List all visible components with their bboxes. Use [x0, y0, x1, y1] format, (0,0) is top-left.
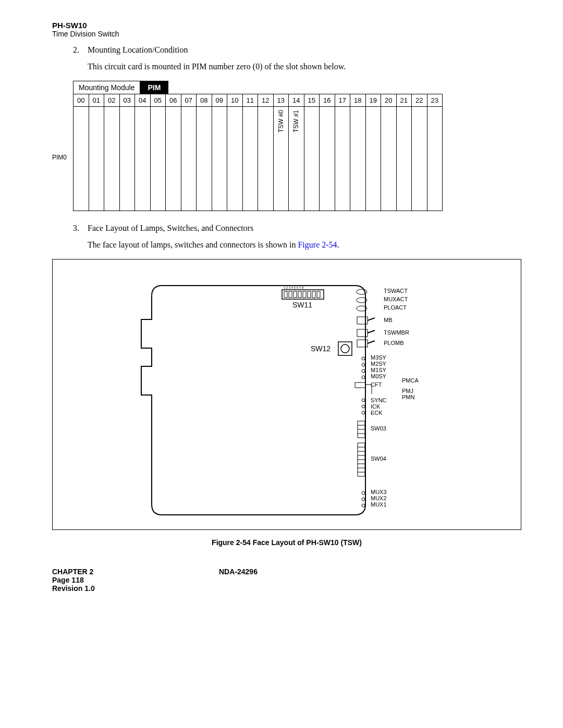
section-title: Face Layout of Lamps, Switches, and Conn… [88, 224, 521, 233]
lbl-pmj: PMJ [402, 388, 413, 394]
lbl-ick: ICK [371, 403, 381, 410]
slot-cell [242, 107, 258, 211]
slot-hdr: 04 [135, 94, 151, 107]
section-number: 2. [73, 45, 88, 55]
lbl-muxact: MUXACT [384, 296, 408, 302]
slot-cell [365, 107, 381, 211]
slot-cell [119, 107, 135, 211]
board-svg: 1 2 3 4 5 6 7 8 SW11 SW12 [74, 275, 480, 520]
sw12-label: SW12 [311, 344, 331, 353]
lbl-mb: MB [384, 317, 393, 323]
slot-cell [212, 107, 227, 211]
lbl-mux3: MUX3 [371, 489, 387, 495]
card-code: PH-SW10 [52, 21, 521, 30]
page-header: PH-SW10 Time Division Switch [52, 21, 521, 38]
lbl-m0sy: M0SY [371, 373, 387, 379]
lbl-cft: CFT [371, 381, 382, 388]
slot-cell [181, 107, 197, 211]
svg-point-23 [362, 405, 365, 408]
svg-rect-21 [355, 382, 365, 388]
slot-cell [320, 107, 335, 211]
slot-hdr: 11 [242, 94, 258, 107]
dip-numbers: 1 2 3 4 5 6 7 8 [284, 286, 304, 289]
card-subtitle: Time Division Switch [52, 30, 521, 38]
slot-hdr: 05 [150, 94, 166, 107]
slot-cell [197, 107, 212, 211]
slot-cell [258, 107, 274, 211]
section-2-heading: 2. Mounting Location/Condition [73, 45, 521, 55]
lbl-plomb: PLOMB [384, 340, 404, 346]
footer-page: Page 118 [52, 576, 219, 584]
slot-cell [396, 107, 412, 211]
lbl-sw03: SW03 [371, 425, 386, 431]
section-3-heading: 3. Face Layout of Lamps, Switches, and C… [73, 224, 521, 233]
slot-hdr: 00 [74, 94, 89, 107]
svg-point-20 [362, 376, 365, 379]
mounting-header: Mounting Module PIM [73, 81, 168, 94]
slot-hdr: 14 [289, 94, 304, 107]
lbl-mux2: MUX2 [371, 495, 387, 501]
lbl-m2sy: M2SY [371, 361, 387, 367]
svg-point-22 [362, 399, 365, 402]
slot-cell [150, 107, 166, 211]
slot-body-row: TSW #0 TSW #1 [74, 107, 443, 211]
svg-rect-1 [284, 291, 287, 298]
slot-hdr: 21 [396, 94, 412, 107]
slot-cell [304, 107, 320, 211]
slot-hdr: 22 [412, 94, 427, 107]
mounting-label: Mounting Module [73, 81, 140, 94]
svg-rect-9 [338, 342, 352, 355]
svg-rect-8 [317, 291, 320, 298]
slot-hdr: 02 [104, 94, 120, 107]
slot-hdr: 23 [427, 94, 443, 107]
slot-hdr: 15 [304, 94, 320, 107]
figure-link[interactable]: Figure 2-54 [298, 240, 337, 249]
slot-cell [412, 107, 427, 211]
page-footer: CHAPTER 2 Page 118 Revision 1.0 NDA-2429… [52, 567, 521, 593]
figure-2-54: 1 2 3 4 5 6 7 8 SW11 SW12 [52, 259, 521, 530]
slot-cell [335, 107, 350, 211]
slot-cell [350, 107, 366, 211]
slot-cell [381, 107, 397, 211]
svg-rect-7 [312, 291, 315, 298]
lbl-pmn: PMN [402, 394, 415, 400]
svg-point-19 [362, 369, 365, 373]
slot-hdr: 19 [365, 94, 381, 107]
footer-chapter: CHAPTER 2 [52, 567, 219, 576]
slot-hdr: 13 [273, 94, 289, 107]
slot-hdr: 09 [212, 94, 227, 107]
svg-rect-6 [308, 291, 311, 298]
svg-point-39 [362, 504, 365, 507]
svg-point-37 [362, 491, 365, 495]
slot-hdr: 01 [89, 94, 104, 107]
para-text-a: The face layout of lamps, switches and c… [88, 240, 298, 249]
section-3-para: The face layout of lamps, switches and c… [88, 240, 521, 250]
lbl-sw04: SW04 [371, 455, 386, 462]
lbl-sync: SYNC [371, 397, 387, 403]
slot-cell [135, 107, 151, 211]
section-title: Mounting Location/Condition [88, 45, 521, 55]
footer-revision: Revision 1.0 [52, 584, 219, 593]
slot-hdr: 18 [350, 94, 366, 107]
svg-point-18 [362, 363, 365, 366]
lbl-m1sy: M1SY [371, 367, 387, 373]
slot-cell-tsw1: TSW #1 [289, 107, 304, 211]
slot-hdr: 17 [335, 94, 350, 107]
tsw0-label: TSW #0 [277, 110, 285, 132]
svg-point-17 [362, 357, 365, 360]
section-number: 3. [73, 224, 88, 233]
lbl-pmca: PMCA [402, 377, 419, 384]
section-2-para: This circuit card is mounted in PIM numb… [88, 62, 521, 71]
pim-badge: PIM [140, 81, 168, 94]
lbl-tswmbr: TSWMBR [384, 329, 409, 336]
slot-hdr: 03 [119, 94, 135, 107]
lbl-m3sy: M3SY [371, 354, 387, 361]
para-text-b: . [337, 240, 339, 249]
slot-table: 00 01 02 03 04 05 06 07 08 09 10 11 12 1… [73, 94, 443, 211]
svg-rect-4 [298, 291, 301, 298]
slot-cell [427, 107, 443, 211]
pim0-side-label: PIM0 [52, 154, 67, 161]
lbl-eck: ECK [371, 410, 383, 416]
tsw1-label: TSW #1 [292, 110, 300, 132]
svg-rect-3 [293, 291, 297, 298]
